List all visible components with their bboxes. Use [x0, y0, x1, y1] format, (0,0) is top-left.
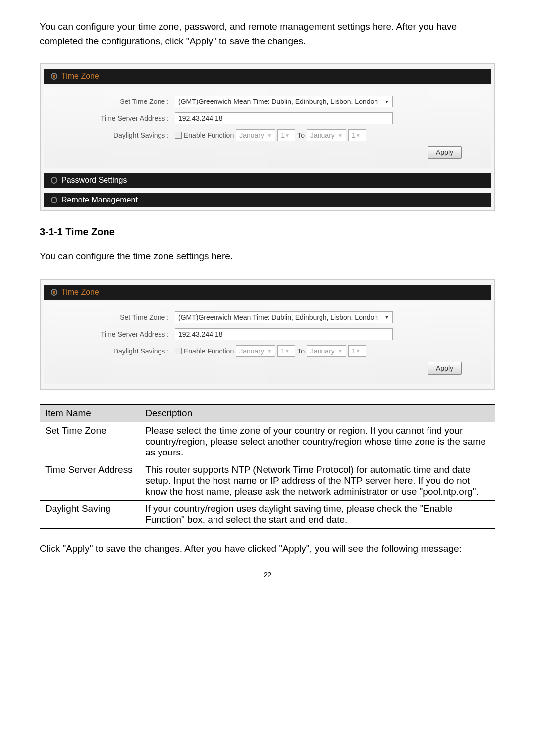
td-item: Time Server Address — [40, 461, 140, 500]
select-value: January — [310, 131, 335, 139]
to-label: To — [297, 347, 305, 355]
time-server-input[interactable]: 192.43.244.18 — [175, 112, 393, 124]
set-time-zone-label: Set Time Zone : — [54, 98, 175, 105]
chevron-down-icon: ▼ — [285, 133, 290, 138]
set-time-zone-label: Set Time Zone : — [54, 313, 175, 321]
chevron-down-icon: ▼ — [384, 314, 389, 320]
table-row: Time Server Address This router supports… — [40, 461, 495, 500]
num-value: 1 — [281, 131, 285, 139]
td-item: Set Time Zone — [40, 422, 140, 461]
time-server-input[interactable]: 192.43.244.18 — [175, 328, 393, 340]
accordion-title: Time Zone — [61, 288, 99, 297]
chevron-down-icon: ▼ — [338, 133, 343, 138]
chevron-down-icon: ▼ — [384, 99, 389, 104]
accordion-password[interactable]: Password Settings — [44, 173, 491, 188]
daylight-from-day[interactable]: 1 ▼ — [277, 345, 295, 357]
daylight-to-month[interactable]: January ▼ — [307, 129, 346, 141]
daylight-to-day[interactable]: 1 ▼ — [348, 345, 366, 357]
accordion-title: Password Settings — [61, 176, 127, 185]
set-time-zone-select[interactable]: (GMT)Greenwich Mean Time: Dublin, Edinbu… — [175, 96, 393, 107]
timezone-form: Set Time Zone : (GMT)Greenwich Mean Time… — [44, 87, 491, 168]
chevron-down-icon: ▼ — [356, 133, 361, 138]
num-value: 1 — [281, 347, 285, 355]
select-value: January — [310, 347, 335, 355]
table-header-row: Item Name Description — [40, 404, 495, 422]
daylight-to-day[interactable]: 1 ▼ — [348, 129, 366, 141]
td-item: Daylight Saving — [40, 500, 140, 528]
select-value: (GMT)Greenwich Mean Time: Dublin, Edinbu… — [178, 98, 378, 105]
settings-panel-2: Time Zone Set Time Zone : (GMT)Greenwich… — [40, 279, 495, 390]
accordion-timezone[interactable]: Time Zone — [44, 69, 491, 84]
chevron-down-icon: ▼ — [338, 348, 343, 353]
daylight-label: Daylight Savings : — [54, 131, 175, 139]
enable-function-label: Enable Function — [184, 131, 234, 139]
th-item-name: Item Name — [40, 404, 140, 422]
table-row: Set Time Zone Please select the time zon… — [40, 422, 495, 461]
daylight-from-month[interactable]: January ▼ — [236, 345, 275, 357]
radio-icon — [51, 289, 57, 296]
daylight-checkbox[interactable] — [175, 348, 182, 354]
accordion-timezone-2[interactable]: Time Zone — [44, 285, 491, 300]
select-value: January — [239, 131, 264, 139]
daylight-to-month[interactable]: January ▼ — [307, 345, 346, 357]
time-server-label: Time Server Address : — [54, 330, 175, 338]
page-number: 22 — [40, 570, 495, 579]
description-table: Item Name Description Set Time Zone Plea… — [40, 404, 495, 529]
select-value: (GMT)Greenwich Mean Time: Dublin, Edinbu… — [178, 313, 378, 321]
radio-icon — [51, 73, 57, 80]
daylight-label: Daylight Savings : — [54, 347, 175, 355]
td-desc: Please select the time zone of your coun… — [140, 422, 495, 461]
time-server-label: Time Server Address : — [54, 114, 175, 122]
table-row: Daylight Saving If your country/region u… — [40, 500, 495, 528]
outro-paragraph: Click "Apply" to save the changes. After… — [40, 542, 495, 556]
chevron-down-icon: ▼ — [267, 348, 272, 353]
select-value: January — [239, 347, 264, 355]
enable-function-label: Enable Function — [184, 347, 234, 355]
accordion-remote[interactable]: Remote Management — [44, 193, 491, 207]
radio-icon — [51, 177, 57, 184]
section-heading: 3-1-1 Time Zone — [40, 226, 495, 238]
apply-button[interactable]: Apply — [428, 146, 462, 159]
chevron-down-icon: ▼ — [267, 133, 272, 138]
num-value: 1 — [352, 131, 356, 139]
accordion-title: Remote Management — [61, 196, 138, 204]
chevron-down-icon: ▼ — [285, 348, 290, 353]
settings-panel-1: Time Zone Set Time Zone : (GMT)Greenwich… — [40, 63, 495, 211]
input-value: 192.43.244.18 — [178, 330, 223, 338]
daylight-from-day[interactable]: 1 ▼ — [277, 129, 295, 141]
intro-paragraph: You can configure your time zone, passwo… — [40, 20, 495, 48]
timezone-form-2: Set Time Zone : (GMT)Greenwich Mean Time… — [44, 302, 491, 384]
set-time-zone-select[interactable]: (GMT)Greenwich Mean Time: Dublin, Edinbu… — [175, 311, 393, 323]
num-value: 1 — [352, 347, 356, 355]
to-label: To — [297, 131, 305, 139]
td-desc: This router supports NTP (Network Time P… — [140, 461, 495, 500]
daylight-from-month[interactable]: January ▼ — [236, 129, 275, 141]
apply-button[interactable]: Apply — [428, 362, 462, 375]
section-intro: You can configure the time zone settings… — [40, 250, 495, 264]
input-value: 192.43.244.18 — [178, 114, 223, 122]
radio-icon — [51, 197, 57, 203]
accordion-title: Time Zone — [61, 72, 99, 81]
td-desc: If your country/region uses daylight sav… — [140, 500, 495, 528]
daylight-checkbox[interactable] — [175, 132, 182, 139]
chevron-down-icon: ▼ — [356, 348, 361, 353]
th-description: Description — [140, 404, 495, 422]
